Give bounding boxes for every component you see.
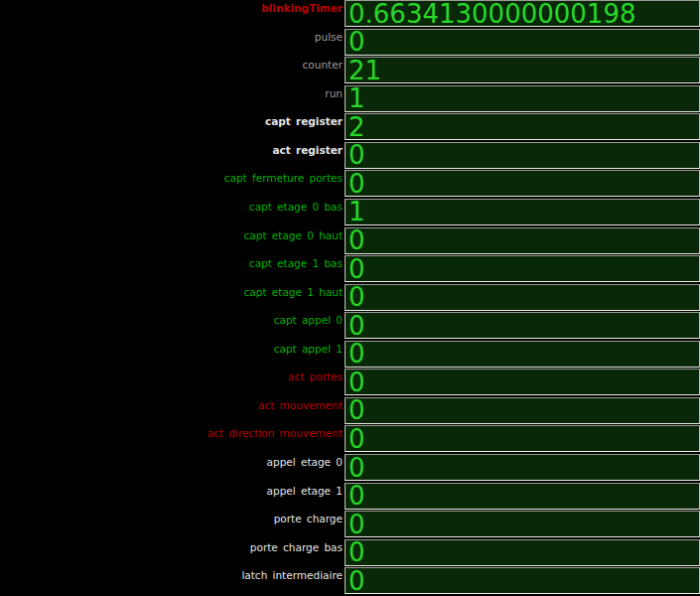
signal-value-display[interactable]: 0 — [345, 29, 700, 56]
watch-row: counter 21 — [0, 57, 700, 85]
watch-row: act_portes 0 — [0, 369, 700, 397]
signal-label: blinkingTimer — [0, 0, 345, 14]
watch-row: porte_charge 0 — [0, 511, 700, 539]
signal-label: capt_etage_1_bas — [0, 255, 345, 269]
signal-value-display[interactable]: 0 — [345, 483, 700, 510]
watch-row: act_register 0 — [0, 142, 700, 171]
watch-row: capt_etage_1_bas 0 — [0, 255, 700, 284]
signal-label: run — [0, 85, 345, 99]
watch-row: porte_charge_bas 0 — [0, 539, 700, 568]
signal-value-display[interactable]: 0 — [345, 425, 700, 452]
signal-value-display[interactable]: 0 — [345, 255, 700, 282]
watch-row: appel_etage_1 0 — [0, 483, 700, 512]
signal-value-display[interactable]: 1 — [345, 85, 700, 112]
signal-value-display[interactable]: 0 — [345, 341, 700, 368]
signal-label: capt_appel_0 — [0, 312, 345, 326]
signal-label: act_portes — [0, 369, 345, 382]
watch-row: capt_register 2 — [0, 113, 700, 142]
signal-value-display[interactable]: 0 — [345, 170, 700, 197]
watch-row: capt_appel_0 0 — [0, 312, 700, 341]
signal-label: act_mouvement — [0, 397, 345, 411]
watch-row: pulse 0 — [0, 29, 700, 58]
signal-value-display[interactable]: 0 — [345, 227, 700, 254]
signal-label: act_direction_mouvement — [0, 425, 345, 439]
watch-row: latch_intermediaire 0 — [0, 567, 700, 596]
signal-label: capt_fermeture_portes — [0, 170, 345, 184]
watch-row: capt_etage_1_haut 0 — [0, 284, 700, 313]
watch-row: capt_etage_0_bas 1 — [0, 199, 700, 227]
signal-label: capt_register — [0, 113, 345, 127]
signal-label: capt_etage_1_haut — [0, 284, 345, 298]
signal-value-display[interactable]: 0 — [345, 511, 700, 537]
watch-row: capt_etage_0_haut 0 — [0, 227, 700, 256]
watch-row: act_direction_mouvement 0 — [0, 425, 700, 454]
signal-value-display[interactable]: 0 — [345, 567, 700, 594]
signal-label: porte_charge — [0, 511, 345, 524]
signal-value-display[interactable]: 0 — [345, 539, 700, 566]
signal-value-display[interactable]: 21 — [345, 57, 700, 83]
signal-value-display[interactable]: 0 — [345, 397, 700, 424]
signal-value-display[interactable]: 0.6634130000000198 — [345, 0, 700, 27]
signal-value-display[interactable]: 0 — [345, 369, 700, 395]
signal-value-display[interactable]: 1 — [345, 199, 700, 225]
watch-row: capt_appel_1 0 — [0, 341, 700, 370]
signal-label: capt_etage_0_haut — [0, 227, 345, 241]
watch-row: appel_etage_0 0 — [0, 454, 700, 483]
watch-row: act_mouvement 0 — [0, 397, 700, 426]
signal-value-display[interactable]: 0 — [345, 142, 700, 169]
signal-label: pulse — [0, 29, 345, 43]
signal-label: act_register — [0, 142, 345, 156]
watch-row: run 1 — [0, 85, 700, 114]
signal-label: capt_etage_0_bas — [0, 199, 345, 213]
watch-row: blinkingTimer 0.6634130000000198 — [0, 0, 700, 29]
signal-watch-panel: blinkingTimer 0.6634130000000198 pulse 0… — [0, 0, 700, 596]
signal-value-display[interactable]: 2 — [345, 113, 700, 140]
signal-label: porte_charge_bas — [0, 539, 345, 553]
signal-label: appel_etage_0 — [0, 454, 345, 468]
signal-value-display[interactable]: 0 — [345, 284, 700, 311]
signal-value-display[interactable]: 0 — [345, 454, 700, 481]
signal-label: appel_etage_1 — [0, 483, 345, 497]
watch-row: capt_fermeture_portes 0 — [0, 170, 700, 199]
signal-value-display[interactable]: 0 — [345, 312, 700, 339]
signal-label: capt_appel_1 — [0, 341, 345, 355]
signal-label: latch_intermediaire — [0, 567, 345, 581]
signal-label: counter — [0, 57, 345, 71]
